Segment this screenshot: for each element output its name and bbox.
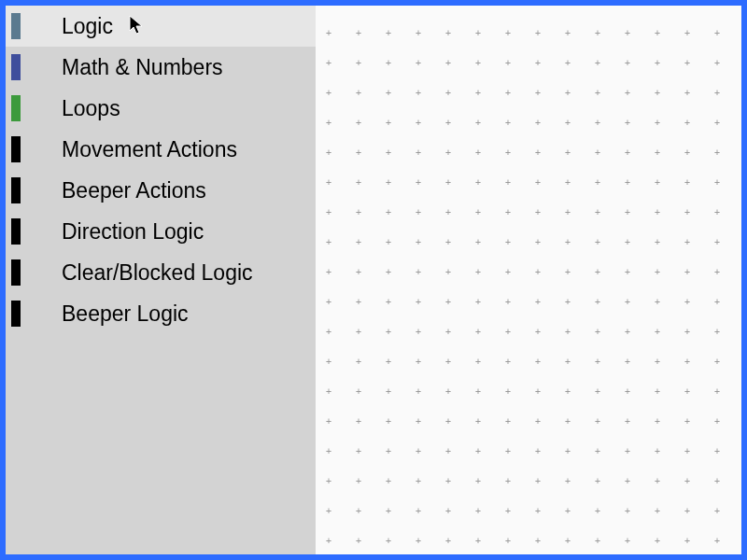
svg-text:+: +: [386, 416, 391, 427]
svg-text:+: +: [505, 147, 511, 158]
svg-text:+: +: [535, 88, 541, 98]
svg-text:+: +: [475, 118, 481, 128]
svg-text:+: +: [625, 416, 630, 427]
category-item[interactable]: Beeper Logic: [6, 293, 316, 334]
svg-text:+: +: [445, 177, 451, 188]
svg-text:+: +: [475, 297, 481, 307]
svg-text:+: +: [625, 58, 630, 68]
svg-text:+: +: [356, 536, 361, 546]
svg-text:+: +: [475, 357, 481, 367]
svg-text:+: +: [595, 446, 600, 456]
svg-text:+: +: [565, 297, 571, 307]
category-item[interactable]: Logic: [6, 6, 316, 47]
svg-text:+: +: [565, 536, 571, 546]
svg-text:+: +: [655, 386, 660, 397]
svg-text:+: +: [714, 297, 720, 307]
category-label: Loops: [62, 96, 120, 121]
category-item[interactable]: Math & Numbers: [6, 47, 316, 88]
svg-text:+: +: [326, 357, 331, 367]
svg-text:+: +: [445, 147, 451, 158]
svg-text:+: +: [535, 327, 541, 337]
svg-text:+: +: [416, 386, 421, 397]
svg-text:+: +: [684, 267, 690, 277]
svg-text:+: +: [445, 207, 451, 217]
svg-text:+: +: [416, 28, 421, 38]
svg-text:+: +: [416, 446, 421, 456]
svg-text:+: +: [595, 267, 600, 277]
svg-text:+: +: [475, 536, 481, 546]
svg-text:+: +: [565, 267, 571, 277]
svg-text:+: +: [714, 476, 720, 486]
category-item[interactable]: Clear/Blocked Logic: [6, 252, 316, 293]
svg-text:+: +: [445, 58, 451, 68]
svg-text:+: +: [326, 28, 331, 38]
svg-text:+: +: [505, 476, 511, 486]
svg-text:+: +: [535, 297, 541, 307]
svg-text:+: +: [625, 28, 630, 38]
svg-text:+: +: [386, 536, 391, 546]
svg-text:+: +: [416, 267, 421, 277]
category-label: Movement Actions: [62, 137, 237, 162]
category-item[interactable]: Loops: [6, 88, 316, 129]
category-color-swatch: [11, 13, 21, 39]
svg-text:+: +: [445, 237, 451, 247]
svg-text:+: +: [535, 416, 541, 427]
svg-text:+: +: [565, 118, 571, 128]
svg-text:+: +: [714, 58, 720, 68]
category-item[interactable]: Beeper Actions: [6, 170, 316, 211]
svg-text:+: +: [326, 118, 331, 128]
svg-text:+: +: [475, 386, 481, 397]
svg-text:+: +: [416, 58, 421, 68]
workspace-canvas[interactable]: ++++++++++++++++++++++++++++++++++++++++…: [316, 6, 741, 554]
svg-text:+: +: [356, 58, 361, 68]
category-label: Beeper Actions: [62, 178, 206, 203]
svg-text:+: +: [356, 237, 361, 247]
svg-text:+: +: [565, 386, 571, 397]
svg-text:+: +: [714, 237, 720, 247]
svg-text:+: +: [505, 118, 511, 128]
svg-text:+: +: [655, 506, 660, 516]
svg-text:+: +: [565, 88, 571, 98]
svg-text:+: +: [475, 446, 481, 456]
svg-text:+: +: [684, 446, 690, 456]
svg-text:+: +: [416, 207, 421, 217]
svg-text:+: +: [416, 506, 421, 516]
svg-text:+: +: [326, 177, 331, 188]
svg-text:+: +: [595, 118, 600, 128]
svg-text:+: +: [535, 536, 541, 546]
svg-text:+: +: [326, 58, 331, 68]
svg-text:+: +: [356, 297, 361, 307]
svg-text:+: +: [625, 386, 630, 397]
category-item[interactable]: Movement Actions: [6, 129, 316, 170]
svg-text:+: +: [625, 297, 630, 307]
svg-text:+: +: [625, 177, 630, 188]
svg-text:+: +: [625, 357, 630, 367]
svg-text:+: +: [684, 416, 690, 427]
svg-text:+: +: [655, 237, 660, 247]
svg-text:+: +: [505, 357, 511, 367]
svg-text:+: +: [684, 536, 690, 546]
category-item[interactable]: Direction Logic: [6, 211, 316, 252]
svg-text:+: +: [326, 386, 331, 397]
category-label: Beeper Logic: [62, 301, 189, 327]
svg-text:+: +: [326, 88, 331, 98]
svg-text:+: +: [684, 506, 690, 516]
svg-text:+: +: [714, 416, 720, 427]
svg-text:+: +: [445, 267, 451, 277]
category-color-swatch: [11, 177, 21, 203]
app-frame: Logic Math & NumbersLoopsMovement Action…: [0, 0, 747, 560]
svg-text:+: +: [445, 476, 451, 486]
category-label: Math & Numbers: [62, 55, 223, 80]
svg-text:+: +: [445, 446, 451, 456]
svg-text:+: +: [714, 177, 720, 188]
svg-text:+: +: [475, 506, 481, 516]
svg-text:+: +: [475, 58, 481, 68]
svg-text:+: +: [714, 386, 720, 397]
category-color-swatch: [11, 301, 21, 327]
svg-text:+: +: [475, 147, 481, 158]
svg-text:+: +: [684, 177, 690, 188]
svg-text:+: +: [714, 536, 720, 546]
svg-text:+: +: [445, 536, 451, 546]
svg-text:+: +: [535, 28, 541, 38]
svg-text:+: +: [416, 118, 421, 128]
